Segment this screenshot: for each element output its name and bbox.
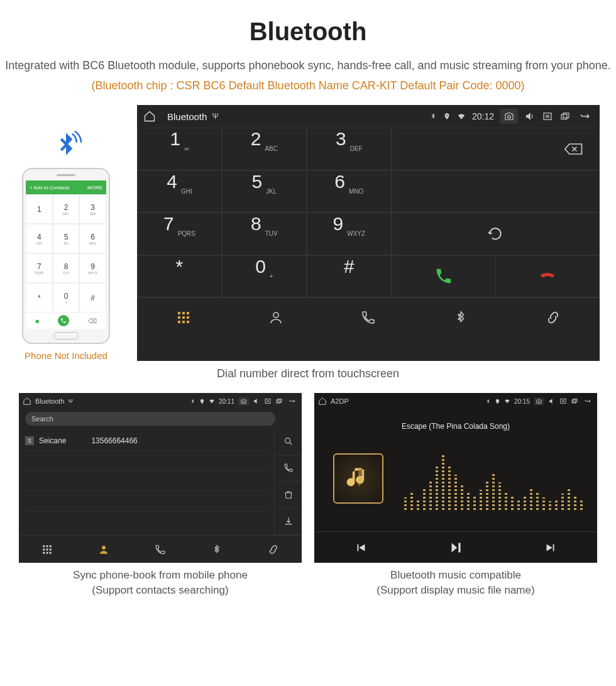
status-time: 20:12 [472, 111, 494, 121]
status-time: 20:15 [514, 398, 530, 405]
backspace-icon: ⌫ [88, 318, 97, 324]
back-icon[interactable] [287, 397, 298, 405]
phone-key-*: * [26, 283, 53, 313]
headunit-contacts-screen: Bluetooth Ψ 20:11 Search [19, 393, 302, 563]
svg-point-13 [273, 313, 278, 318]
backspace-button[interactable] [392, 128, 599, 170]
side-download-button[interactable] [275, 509, 302, 536]
bluetooth-spec-info: (Bluetooth chip : CSR BC6 Default Blueto… [0, 79, 616, 92]
tab-bluetooth[interactable] [189, 536, 245, 563]
search-input[interactable]: Search [25, 412, 275, 426]
prev-track-button[interactable] [354, 541, 368, 555]
svg-rect-31 [572, 400, 576, 403]
volume-icon[interactable] [548, 397, 556, 405]
home-icon[interactable] [318, 397, 327, 406]
svg-rect-27 [50, 551, 52, 553]
volume-icon[interactable] [253, 397, 260, 405]
dial-key-8[interactable]: 8TUV [222, 213, 307, 255]
back-icon[interactable] [577, 111, 593, 122]
svg-rect-5 [182, 312, 185, 314]
dial-key-*[interactable]: * [137, 255, 222, 298]
volume-icon[interactable] [524, 111, 536, 122]
phone-key-5: 5JKL [53, 224, 80, 253]
next-track-button[interactable] [544, 541, 558, 555]
screenshot-button[interactable] [500, 109, 518, 124]
contact-phone: 13566664466 [91, 436, 137, 445]
svg-rect-4 [178, 312, 180, 314]
bluetooth-signal-icon [50, 130, 82, 162]
music-caption: Bluetooth music compatible (Support disp… [314, 568, 597, 598]
phone-key-#: # [79, 283, 106, 313]
contact-row[interactable]: S Seicane 13566664466 [25, 431, 268, 451]
svg-rect-8 [182, 316, 185, 319]
main-device-caption: Dial number direct from touchscreen [0, 367, 616, 380]
svg-rect-25 [43, 551, 45, 553]
svg-rect-26 [47, 551, 48, 553]
play-pause-button[interactable] [448, 539, 464, 556]
recent-apps-icon[interactable] [275, 397, 283, 405]
svg-rect-19 [43, 545, 45, 547]
phone-action-bar: ■ ⌫ [26, 313, 106, 329]
tab-keypad[interactable] [19, 536, 75, 563]
phone-key-9: 9WXYZ [79, 253, 106, 283]
svg-rect-23 [47, 548, 48, 550]
status-title: Bluetooth [35, 397, 64, 405]
track-title: Escape (The Pina Colada Song) [402, 422, 510, 431]
recent-apps-icon[interactable] [571, 397, 578, 405]
dial-key-7[interactable]: 7PQRS [137, 213, 222, 255]
dial-key-5[interactable]: 5JKL [222, 170, 307, 213]
music-controls [314, 531, 597, 563]
tab-keypad[interactable] [137, 298, 229, 336]
close-icon[interactable] [264, 397, 272, 405]
location-icon [443, 113, 451, 120]
dial-key-6[interactable]: 6MNO [307, 170, 392, 213]
side-delete-button[interactable] [275, 482, 302, 509]
contact-row-empty [25, 451, 268, 471]
status-title: Bluetooth [167, 111, 207, 122]
tab-pair[interactable] [245, 536, 302, 563]
svg-rect-21 [50, 545, 52, 547]
contact-row-empty [25, 511, 268, 531]
contact-name: Seicane [39, 436, 66, 445]
album-art-icon [333, 453, 383, 504]
tab-contacts[interactable] [75, 536, 132, 563]
tab-call-log[interactable] [132, 536, 189, 563]
dial-key-1[interactable]: 1∞ [137, 128, 222, 170]
svg-rect-10 [178, 321, 180, 323]
contact-initial-badge: S [25, 436, 34, 445]
call-end-button[interactable] [495, 256, 599, 297]
home-icon[interactable] [23, 397, 31, 406]
screenshot-button[interactable] [238, 397, 249, 406]
call-accept-button[interactable] [392, 256, 495, 297]
usb-icon: Ψ [212, 112, 218, 121]
svg-point-29 [538, 401, 540, 402]
tab-bluetooth[interactable] [415, 298, 507, 336]
side-search-button[interactable] [275, 428, 302, 455]
close-icon[interactable] [559, 397, 567, 405]
home-icon[interactable] [143, 110, 156, 123]
dial-key-4[interactable]: 4GHI [137, 170, 222, 213]
phone-add-contacts-bar: + Add to Contacts MORE [26, 180, 106, 194]
dial-key-3[interactable]: 3DEF [307, 128, 392, 170]
tab-contacts[interactable] [229, 298, 322, 336]
svg-rect-11 [182, 321, 185, 323]
bottom-tab-bar [19, 535, 302, 563]
bluetooth-status-icon [429, 113, 437, 120]
contacts-caption: Sync phone-book from mobile phone (Suppo… [19, 568, 302, 598]
tab-call-log[interactable] [322, 298, 414, 336]
status-bar-small: A2DP 20:15 [314, 393, 597, 409]
recent-apps-icon[interactable] [559, 111, 571, 122]
refresh-button[interactable] [392, 213, 599, 255]
close-icon[interactable] [542, 111, 553, 122]
dial-key-#[interactable]: # [307, 255, 392, 298]
side-call-button[interactable] [275, 455, 302, 482]
dial-key-9[interactable]: 9WXYZ [307, 213, 392, 255]
svg-rect-7 [178, 316, 180, 319]
back-icon[interactable] [582, 397, 593, 405]
dial-key-0[interactable]: 0+ [222, 255, 307, 298]
tab-pair[interactable] [507, 298, 600, 336]
dial-key-2[interactable]: 2ABC [222, 128, 307, 170]
call-icon [58, 315, 69, 326]
screenshot-button[interactable] [534, 397, 544, 406]
phone-key-7: 7PQRS [26, 253, 53, 283]
